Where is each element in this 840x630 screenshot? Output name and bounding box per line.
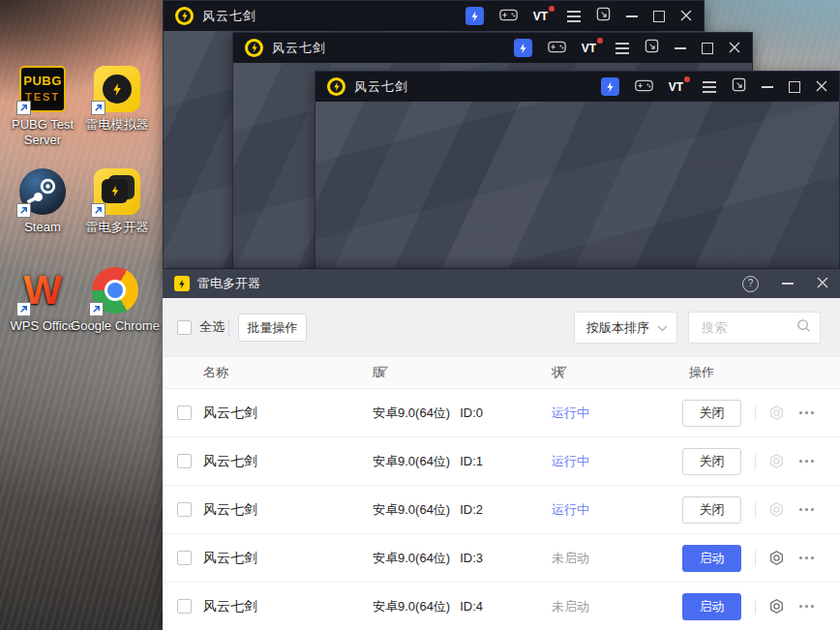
wps-icon: W <box>19 267 66 314</box>
instance-version: 安卓9.0(64位)ID:2 <box>373 486 483 533</box>
row-checkbox[interactable] <box>177 599 192 614</box>
menu-icon[interactable] <box>703 86 716 88</box>
ldplayer-logo-icon <box>327 77 345 96</box>
sort-dropdown[interactable]: 按版本排序 <box>574 312 677 344</box>
row-checkbox[interactable] <box>177 502 192 517</box>
row-checkbox[interactable] <box>177 405 192 420</box>
more-options-icon[interactable] <box>799 605 802 608</box>
window-title: 风云七剑 <box>354 78 408 96</box>
more-options-icon[interactable] <box>799 411 802 414</box>
status-badge: 运行中 <box>552 437 589 485</box>
minimize-icon[interactable] <box>626 15 638 17</box>
shortcut-arrow-icon <box>16 302 31 316</box>
close-icon[interactable] <box>680 8 692 25</box>
instance-name: 风云七剑 <box>203 389 257 436</box>
emulator-titlebar[interactable]: 风云七剑 VT <box>233 33 752 63</box>
table-header: 名称 版本/编号 状态 操作 <box>163 356 840 389</box>
vt-label: VT <box>582 42 596 55</box>
search-input[interactable] <box>700 319 796 336</box>
emulator-screen[interactable] <box>315 102 839 268</box>
vt-button[interactable]: VT <box>582 42 600 55</box>
more-options-icon[interactable] <box>799 508 802 511</box>
filter-icon[interactable] <box>556 357 567 388</box>
close-icon[interactable] <box>817 275 828 292</box>
emulator-titlebar[interactable]: 风云七剑 VT <box>315 72 839 102</box>
search-box[interactable] <box>688 312 821 344</box>
instance-id: ID:0 <box>460 405 483 420</box>
manager-toolbar: 全选 批量操作 按版本排序 <box>163 298 840 356</box>
screen: PUBG TEST PUBG Test Server 雷电模拟器 Steam <box>0 0 840 630</box>
shortcut-arrow-icon <box>16 101 31 115</box>
notification-dot <box>597 38 603 44</box>
maximize-icon[interactable] <box>789 81 800 93</box>
vt-label: VT <box>533 10 548 23</box>
status-badge: 未启动 <box>552 583 589 630</box>
row-checkbox[interactable] <box>177 454 192 468</box>
instance-name: 风云七剑 <box>203 486 257 533</box>
select-all-checkbox[interactable] <box>177 320 192 335</box>
help-icon[interactable]: ? <box>742 276 759 292</box>
more-options-icon[interactable] <box>799 460 802 463</box>
version-text: 安卓9.0(64位) <box>373 599 450 614</box>
manager-app-icon <box>174 276 190 291</box>
minimize-icon[interactable] <box>762 86 773 88</box>
desktop-icon-chrome[interactable]: Google Chrome <box>68 267 163 334</box>
shrink-window-icon[interactable] <box>645 39 659 57</box>
filter-icon[interactable] <box>377 357 388 388</box>
instance-id: ID:4 <box>460 599 483 614</box>
start-instance-button[interactable]: 启动 <box>682 545 741 572</box>
ldplayer-logo-icon <box>245 39 263 57</box>
settings-icon[interactable] <box>768 453 785 469</box>
row-checkbox[interactable] <box>177 551 192 565</box>
minimize-icon[interactable] <box>782 283 794 285</box>
instance-name: 风云七剑 <box>203 534 257 582</box>
maximize-icon[interactable] <box>653 11 665 22</box>
header-actions: 操作 <box>689 357 714 388</box>
instance-name: 风云七剑 <box>203 583 257 630</box>
shrink-window-icon[interactable] <box>596 7 611 25</box>
gamepad-icon[interactable] <box>635 78 653 96</box>
minimize-icon[interactable] <box>675 47 686 49</box>
batch-operations-button[interactable]: 批量操作 <box>238 314 307 342</box>
notification-dot <box>549 6 555 12</box>
close-icon[interactable] <box>729 40 740 57</box>
pubg-icon-text: PUBG <box>23 74 62 89</box>
menu-icon[interactable] <box>615 47 629 49</box>
row-divider <box>755 454 756 469</box>
close-instance-button[interactable]: 关闭 <box>682 496 741 524</box>
settings-icon[interactable] <box>768 405 785 421</box>
settings-icon[interactable] <box>768 598 785 615</box>
close-icon[interactable] <box>816 78 827 96</box>
close-instance-button[interactable]: 关闭 <box>682 448 741 475</box>
more-options-icon[interactable] <box>799 556 802 559</box>
boost-icon[interactable] <box>601 77 619 96</box>
emulator-window-3: 风云七剑 VT <box>315 71 840 269</box>
shrink-window-icon[interactable] <box>732 77 746 96</box>
toolbar-divider <box>228 319 229 336</box>
header-name: 名称 <box>203 357 228 388</box>
status-badge: 运行中 <box>552 389 589 436</box>
desktop-icon-ldplayer[interactable]: 雷电模拟器 <box>70 66 165 133</box>
manager-titlebar[interactable]: 雷电多开器 ? <box>163 269 840 298</box>
shortcut-arrow-icon <box>16 203 31 218</box>
close-instance-button[interactable]: 关闭 <box>682 400 741 427</box>
boost-icon[interactable] <box>465 7 484 25</box>
vt-button[interactable]: VT <box>669 80 687 94</box>
desktop-icon-ldmultiplayer[interactable]: 雷电多开器 <box>70 168 165 235</box>
row-divider <box>755 502 756 518</box>
boost-icon[interactable] <box>514 39 532 57</box>
vt-button[interactable]: VT <box>533 10 552 23</box>
gamepad-icon[interactable] <box>499 8 518 25</box>
select-all-label[interactable]: 全选 <box>199 298 225 356</box>
gamepad-icon[interactable] <box>548 40 566 57</box>
start-instance-button[interactable]: 启动 <box>682 593 741 620</box>
emulator-titlebar[interactable]: 风云七剑 VT <box>164 1 704 31</box>
menu-icon[interactable] <box>567 15 581 17</box>
settings-icon[interactable] <box>768 501 785 518</box>
settings-icon[interactable] <box>768 550 785 566</box>
instance-id: ID:2 <box>460 502 483 517</box>
row-divider <box>755 405 756 421</box>
instance-version: 安卓9.0(64位)ID:1 <box>373 437 483 485</box>
maximize-icon[interactable] <box>702 43 713 54</box>
sort-dropdown-value: 按版本排序 <box>586 319 649 337</box>
